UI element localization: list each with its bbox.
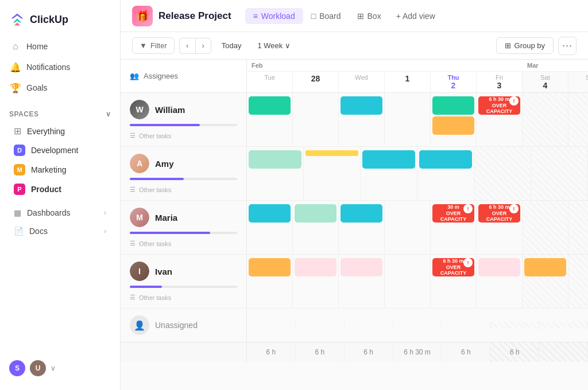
week-label: 1 Week	[257, 41, 283, 50]
development-dot: D	[14, 145, 25, 156]
sidebar: ClickUp ⌂ Home 🔔 Notifications 🏆 Goals S…	[0, 0, 121, 390]
william-avatar-img: W	[130, 100, 149, 119]
william-cell-5: 6 h 30 mOVER CAPACITY !	[477, 93, 523, 146]
ivan-name-row: I Ivan	[130, 262, 237, 281]
sidebar-item-docs-label: Docs	[29, 227, 48, 236]
ivan-cell-4: 6 h 30 mOVER CAPACITY !	[431, 255, 477, 308]
week-selector[interactable]: 1 Week ∨	[252, 38, 296, 53]
group-by-label: Group by	[514, 41, 545, 50]
assignee-info-william: W William ☰ Other tasks	[121, 93, 247, 146]
project-icon: 🎁	[132, 6, 153, 26]
william-cell-4	[431, 93, 477, 146]
amy-avatar: A	[130, 154, 149, 173]
total-cell-2: 6 h	[345, 342, 393, 362]
mar-label: Mar	[523, 60, 588, 72]
sidebar-item-marketing-label: Marketing	[31, 165, 66, 174]
day-sun: Sun5	[568, 72, 588, 92]
clickup-logo-icon	[9, 11, 25, 28]
amy-cell-2	[361, 147, 417, 200]
svg-marker-2	[14, 22, 21, 25]
assignee-section-amy: A Amy ☰ Other tasks	[121, 147, 588, 201]
william-cell-3	[385, 93, 431, 146]
amy-name: Amy	[155, 159, 174, 169]
ivan-cell-5	[477, 255, 523, 308]
unassigned-cell-2	[345, 322, 393, 329]
trophy-icon: 🏆	[10, 83, 21, 93]
william-name: William	[155, 105, 185, 115]
today-button[interactable]: Today	[216, 38, 247, 53]
filter-button[interactable]: ▼ Filter	[132, 37, 175, 54]
next-arrow-button[interactable]: ›	[195, 38, 211, 54]
tab-box[interactable]: ⊞ Box	[349, 8, 389, 24]
sidebar-item-product[interactable]: P Product	[5, 180, 115, 199]
william-capacity-badge: !	[509, 96, 519, 106]
william-cell-6	[523, 93, 568, 146]
maria-cell-6	[523, 201, 568, 254]
sidebar-item-goals[interactable]: 🏆 Goals	[5, 78, 115, 98]
calendar-days-header: Feb Tue 28 Wed 1 Thu2 Fri3 Mar Sat4	[247, 60, 588, 92]
spaces-chevron-icon[interactable]: ∨	[106, 110, 111, 118]
sidebar-item-marketing[interactable]: M Marketing	[5, 160, 115, 180]
william-cell-0	[247, 93, 293, 146]
amy-progress-bar	[130, 178, 237, 180]
feb-days: Tue 28 Wed 1 Thu2 Fri3	[247, 72, 523, 92]
maria-cell-4: 30 mOVER CAPACITY !	[431, 201, 477, 254]
product-dot: P	[14, 184, 25, 195]
maria-cells: 30 mOVER CAPACITY ! 6 h 30 mOVER CAPACIT…	[247, 201, 588, 254]
sidebar-item-docs[interactable]: 📄 Docs ›	[5, 222, 115, 240]
ivan-cell-6	[523, 255, 568, 308]
william-task-green-0	[249, 96, 291, 115]
ivan-task-2	[341, 258, 382, 276]
group-by-button[interactable]: ⊞ Group by	[496, 37, 554, 54]
maria-task-1	[295, 204, 336, 223]
spaces-label: Spaces	[9, 110, 38, 118]
user-avatar-u[interactable]: U	[30, 360, 46, 376]
sidebar-item-product-label: Product	[31, 185, 61, 194]
amy-other-tasks-label: Other tasks	[139, 186, 171, 193]
footer-chevron-icon[interactable]: ∨	[51, 364, 56, 372]
unassigned-cell-3	[393, 322, 442, 329]
tab-workload[interactable]: ≡ Workload	[245, 8, 303, 24]
tab-board-label: Board	[319, 11, 341, 21]
unassigned-cell-0	[247, 322, 296, 329]
svg-marker-0	[11, 14, 24, 19]
maria-task-2	[341, 204, 382, 223]
sidebar-item-development[interactable]: D Development	[5, 141, 115, 160]
toolbar: ▼ Filter ‹ › Today 1 Week ∨ ⊞ Group by ·…	[121, 32, 588, 60]
more-options-button[interactable]: ···	[558, 37, 577, 55]
maria-avatar: M	[130, 208, 149, 227]
filter-label: Filter	[150, 41, 167, 50]
box-icon: ⊞	[357, 11, 364, 21]
sidebar-item-notifications[interactable]: 🔔 Notifications	[5, 57, 115, 77]
user-avatar-s[interactable]: S	[9, 360, 25, 376]
main-content: 🎁 Release Project ≡ Workload □ Board ⊞ B…	[121, 0, 588, 390]
amy-name-row: A Amy	[130, 154, 237, 173]
feb-group: Feb Tue 28 Wed 1 Thu2 Fri3	[247, 60, 523, 92]
sidebar-item-dashboards[interactable]: ▦ Dashboards ›	[5, 204, 115, 222]
assignee-info-ivan: I Ivan ☰ Other tasks	[121, 255, 247, 308]
sidebar-item-everything[interactable]: ⊞ Everything	[5, 122, 115, 141]
maria-cell-7	[568, 201, 588, 254]
william-cell-2	[339, 93, 385, 146]
sidebar-item-home[interactable]: ⌂ Home	[5, 37, 115, 56]
add-view-button[interactable]: + Add view	[389, 8, 442, 24]
grid-icon: ⊞	[14, 126, 21, 136]
prev-arrow-button[interactable]: ‹	[179, 38, 195, 54]
logo-text: ClickUp	[30, 14, 68, 26]
ivan-task-5	[478, 258, 520, 276]
assignees-header-label: Assignees	[144, 72, 178, 80]
william-cell-1	[293, 93, 339, 146]
ivan-progress-fill	[130, 286, 162, 288]
ivan-cell-0	[247, 255, 293, 308]
board-icon: □	[311, 11, 316, 21]
ivan-avatar-img: I	[130, 262, 149, 281]
william-cell-7	[568, 93, 588, 146]
check-icon: ☰	[130, 132, 136, 139]
amy-task-0	[249, 150, 301, 169]
logo[interactable]: ClickUp	[0, 7, 120, 37]
maria-cell-0	[247, 201, 293, 254]
tab-board[interactable]: □ Board	[303, 8, 349, 24]
assignee-row-william: W William ☰ Other tasks	[121, 93, 588, 146]
amy-check-icon: ☰	[130, 186, 136, 193]
ivan-name: Ivan	[155, 267, 172, 276]
